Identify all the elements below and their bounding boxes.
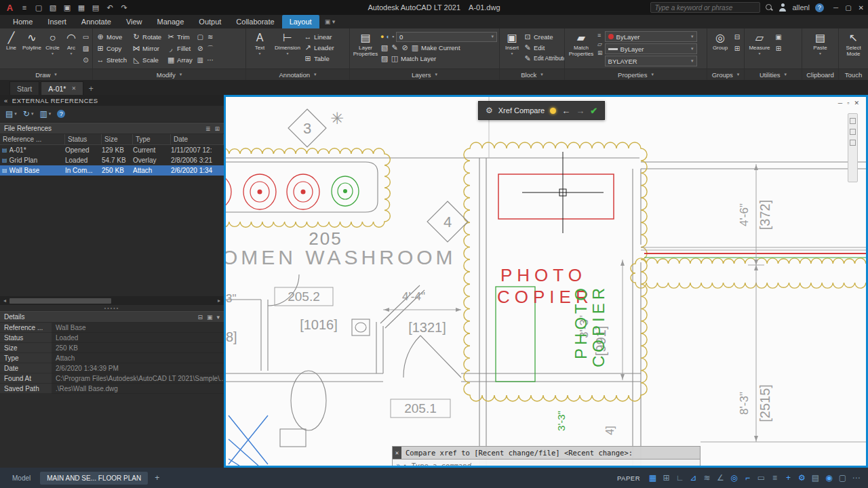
panel-label-clipboard[interactable]: Clipboard bbox=[802, 68, 838, 80]
highlight-bulb-icon[interactable] bbox=[550, 108, 556, 114]
navigation-bar[interactable] bbox=[848, 113, 858, 182]
break-icon[interactable]: ▥ bbox=[195, 54, 205, 66]
edit-block-button[interactable]: ✎Edit bbox=[524, 42, 564, 53]
layer-on-icon[interactable]: ● bbox=[380, 33, 384, 40]
panel-label-modify[interactable]: Modify bbox=[93, 68, 245, 80]
select-mode-button[interactable]: ↖ Select Mode bbox=[841, 30, 867, 68]
object-snap-icon[interactable]: ◎ bbox=[728, 473, 741, 483]
column-size[interactable]: Size bbox=[102, 134, 133, 144]
array-button[interactable]: ▦Array bbox=[167, 54, 193, 65]
previous-change-icon[interactable]: ← bbox=[561, 106, 570, 115]
doc-minimize-icon[interactable]: ─ bbox=[838, 100, 842, 106]
autocad-logo-icon[interactable]: A bbox=[4, 2, 16, 14]
chevron-down-icon[interactable]: ▾ bbox=[403, 463, 406, 468]
command-customize-icon[interactable]: » bbox=[396, 462, 400, 468]
stretch-button[interactable]: ↔Stretch bbox=[96, 54, 127, 65]
join-icon[interactable]: ⌒ bbox=[205, 43, 216, 54]
column-reference-name[interactable]: Reference ... bbox=[0, 134, 65, 144]
tab-insert[interactable]: Insert bbox=[40, 15, 74, 28]
save-icon[interactable]: ▣ bbox=[62, 3, 73, 12]
redo-icon[interactable]: ↷ bbox=[119, 3, 130, 12]
annotation-visibility-icon[interactable]: ◉ bbox=[823, 473, 835, 483]
linear-button[interactable]: ↔Linear bbox=[304, 31, 334, 42]
donut-icon[interactable]: ⊙ bbox=[81, 54, 91, 66]
details-menu-icon[interactable]: ▾ bbox=[216, 314, 220, 321]
layer-tool-icon[interactable]: ⊘ bbox=[401, 43, 409, 52]
undo-icon[interactable]: ↶ bbox=[104, 3, 115, 12]
lineweight-display-icon[interactable]: ⌐ bbox=[741, 473, 754, 483]
rectangle-icon[interactable]: ▭ bbox=[81, 31, 91, 43]
paste-button[interactable]: ▤ Paste bbox=[809, 30, 832, 68]
transparency-icon[interactable]: ▭ bbox=[755, 473, 768, 483]
dimension-button[interactable]: ⊢ Dimension bbox=[273, 30, 302, 68]
group-edit-icon[interactable]: ⊞ bbox=[732, 43, 742, 54]
tree-view-icon[interactable]: ⊞ bbox=[214, 125, 220, 132]
more-draw-icon[interactable]: ⋯ bbox=[91, 54, 92, 66]
isodraft-icon[interactable]: ≋ bbox=[701, 473, 713, 483]
workspace-gear-icon[interactable]: ⚙ bbox=[795, 473, 808, 483]
create-block-button[interactable]: ⊡Create bbox=[524, 31, 564, 42]
rotate-button[interactable]: ↻Rotate bbox=[132, 31, 161, 42]
chevron-down-icon[interactable]: ▾ bbox=[491, 34, 494, 39]
panel-label-utilities[interactable]: Utilities bbox=[745, 68, 802, 80]
column-date[interactable]: Date bbox=[171, 134, 224, 144]
horizontal-scrollbar[interactable]: ◂ ▸ bbox=[0, 296, 224, 305]
panel-label-annotation[interactable]: Annotation bbox=[246, 68, 349, 80]
layer-dropdown[interactable]: ● ◐ ▪ 0▾ bbox=[380, 31, 497, 42]
measure-button[interactable]: ▱ Measure bbox=[747, 30, 772, 68]
layer-freeze-icon[interactable]: ◐ bbox=[386, 33, 389, 40]
tab-output[interactable]: Output bbox=[191, 15, 229, 28]
ellipse-icon[interactable]: ◠ bbox=[91, 31, 92, 43]
explode-icon[interactable]: ≋ bbox=[205, 31, 216, 43]
new-tab-button[interactable]: + bbox=[85, 82, 97, 95]
polyline-button[interactable]: ∿ Polyline bbox=[22, 30, 42, 68]
arc-button[interactable]: ◠ Arc bbox=[63, 30, 79, 68]
properties-grid-icon[interactable]: ⊞ bbox=[597, 49, 603, 56]
layout-tab[interactable]: MAIN AND SE... FLOOR PLAN bbox=[40, 472, 148, 485]
paper-space-toggle[interactable]: PAPER bbox=[617, 474, 640, 482]
table-button[interactable]: ⊞Table bbox=[304, 53, 334, 64]
properties-list-icon[interactable]: ≡ bbox=[597, 32, 603, 39]
open-icon[interactable]: ▧ bbox=[47, 3, 58, 12]
signed-in-user[interactable]: allenl bbox=[792, 3, 810, 12]
collapse-palette-icon[interactable]: « bbox=[4, 97, 8, 104]
panel-label-layers[interactable]: Layers bbox=[350, 68, 499, 80]
close-button[interactable]: ✕ bbox=[859, 4, 864, 12]
erase-icon[interactable]: ▢ bbox=[195, 31, 205, 43]
circle-button[interactable]: ○ Circle bbox=[43, 30, 62, 68]
next-change-icon[interactable]: → bbox=[576, 106, 585, 115]
drawing-canvas[interactable]: 3 ✳ 4 205 OMEN WASHROOM 205.2 205.1 4'-4… bbox=[224, 95, 868, 468]
command-close-icon[interactable]: ✕ bbox=[393, 447, 401, 459]
color-dropdown[interactable]: ByLayer▾ bbox=[605, 31, 697, 42]
attach-dwg-button[interactable]: ▤▾ bbox=[5, 109, 17, 119]
lineweight-dropdown[interactable]: ByLayer▾ bbox=[605, 43, 697, 54]
maximize-button[interactable]: ▢ bbox=[845, 4, 851, 12]
user-avatar-icon[interactable] bbox=[778, 3, 787, 12]
layer-lock-icon[interactable]: ▪ bbox=[392, 33, 394, 40]
tab-view[interactable]: View bbox=[119, 15, 150, 28]
snap-icon[interactable]: ⊞ bbox=[660, 473, 673, 483]
layer-tool-icon[interactable]: ◫ bbox=[391, 54, 399, 63]
tab-document-a01[interactable]: A-01* ✕ bbox=[41, 81, 83, 95]
table-row[interactable]: ▤Grid Plan Loaded 54.7 KB Overlay 2/8/20… bbox=[0, 155, 224, 165]
details-panel-icon[interactable]: ▣ bbox=[207, 314, 213, 321]
ribbon-display-toggle-icon[interactable]: ▣ ▾ bbox=[319, 15, 341, 28]
quick-calc-icon[interactable]: ▣ bbox=[774, 31, 783, 43]
tab-layout[interactable]: Layout bbox=[282, 15, 319, 28]
accept-check-icon[interactable]: ✔ bbox=[590, 106, 597, 116]
tab-annotate[interactable]: Annotate bbox=[74, 15, 119, 28]
details-collapse-icon[interactable]: ⊟ bbox=[197, 314, 203, 321]
close-tab-icon[interactable]: ✕ bbox=[71, 85, 76, 92]
more-modify-icon[interactable]: ⋯ bbox=[205, 54, 216, 66]
customization-menu-icon[interactable]: ⋯ bbox=[850, 473, 863, 483]
table-row[interactable]: ▤A-01* Opened 129 KB Current 1/11/2007 1… bbox=[0, 145, 224, 155]
trim-button[interactable]: ✂Trim bbox=[167, 31, 193, 42]
scale-button[interactable]: ◺Scale bbox=[132, 54, 161, 65]
panel-label-groups[interactable]: Groups bbox=[707, 68, 744, 80]
gear-icon[interactable]: ⚙ bbox=[486, 106, 493, 115]
make-current-button[interactable]: ▧ ✎ ⊘ ▥ Make Current bbox=[380, 42, 497, 53]
tab-home[interactable]: Home bbox=[5, 15, 40, 28]
ungroup-icon[interactable]: ⊟ bbox=[732, 31, 742, 43]
tab-collaborate[interactable]: Collaborate bbox=[229, 15, 281, 28]
change-path-button[interactable]: ▥▾ bbox=[39, 109, 51, 119]
